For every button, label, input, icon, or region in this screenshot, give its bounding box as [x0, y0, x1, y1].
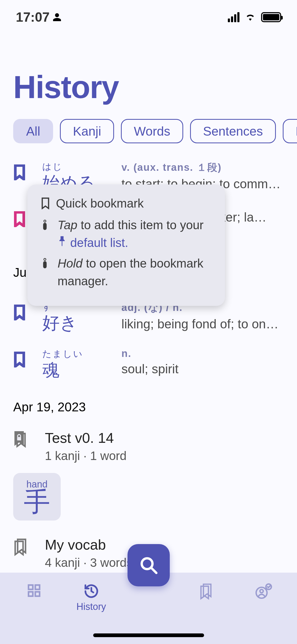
cellular-icon — [228, 12, 239, 22]
bookmarks-icon — [199, 583, 213, 600]
nav-profile[interactable] — [239, 583, 287, 600]
part-of-speech: v. (aux. trans. １段) — [121, 161, 284, 174]
svg-rect-8 — [35, 592, 39, 596]
svg-rect-7 — [29, 592, 33, 596]
section-date: Apr 19, 2023 — [0, 389, 297, 422]
svg-point-10 — [260, 590, 263, 593]
history-row[interactable]: たましい 魂 n. soul; spirit — [0, 343, 297, 389]
list-subtitle: 4 kanji · 3 words — [45, 555, 133, 570]
nav-bookmarks[interactable] — [182, 583, 230, 600]
tooltip-tap-rest: to add this item to your — [77, 218, 204, 232]
part-of-speech: n. — [121, 348, 284, 359]
filter-chip-more[interactable]: L — [283, 119, 297, 143]
status-bar: 17:07 — [0, 0, 297, 34]
svg-point-1 — [44, 220, 46, 222]
nav-dashboard[interactable] — [10, 583, 58, 598]
word-kanji: 魂 — [42, 361, 121, 379]
list-subtitle: 1 kanji · 1 word — [45, 449, 126, 463]
definition: soul; spirit — [121, 361, 284, 377]
list-title: Test v0. 14 — [45, 430, 126, 446]
grid-icon — [27, 583, 41, 598]
multi-bookmark-icon — [13, 538, 28, 556]
nav-label: History — [76, 601, 106, 612]
tap-icon — [41, 216, 50, 251]
filter-chip-sentences[interactable]: Sentences — [190, 119, 276, 143]
filter-chip-words[interactable]: Words — [121, 119, 183, 143]
bookmark-icon — [41, 197, 50, 209]
filter-chip-kanji[interactable]: Kanji — [60, 119, 114, 143]
list-title: My vocab — [45, 536, 133, 553]
home-indicator — [93, 633, 204, 637]
svg-point-2 — [44, 259, 46, 261]
pin-icon — [58, 234, 67, 252]
tooltip-hold-word: Hold — [58, 256, 83, 270]
profile-sync-icon — [254, 583, 272, 600]
bookmark-icon[interactable] — [13, 352, 26, 367]
bookmark-icon[interactable] — [13, 305, 26, 320]
wifi-icon — [244, 12, 256, 22]
page-title: History — [13, 69, 119, 105]
person-icon — [52, 12, 62, 22]
nav-history[interactable]: History — [68, 583, 115, 612]
status-time: 17:07 — [16, 10, 50, 25]
list-row[interactable]: Test v0. 14 1 kanji · 1 word — [0, 422, 297, 470]
quick-bookmark-tooltip: Quick bookmark Tap to add this item to y… — [27, 185, 225, 306]
history-icon — [83, 583, 99, 599]
hold-icon — [41, 255, 50, 290]
bookmark-icon[interactable] — [13, 211, 26, 227]
battery-icon — [261, 12, 281, 22]
definition: liking; being fond of; to one's liking — [121, 316, 284, 332]
search-icon — [139, 556, 158, 574]
bookmark-icon[interactable] — [13, 164, 26, 180]
locked-list-icon — [13, 431, 28, 450]
filter-chips: All Kanji Words Sentences L — [13, 119, 297, 143]
default-list-label: default list. — [70, 234, 128, 252]
tooltip-title: Quick bookmark — [56, 196, 144, 210]
tooltip-tap-word: Tap — [58, 218, 77, 232]
word-kanji: 好き — [42, 314, 121, 332]
default-list-link[interactable]: default list. — [58, 234, 128, 252]
furigana: たましい — [42, 348, 121, 360]
search-fab[interactable] — [128, 544, 170, 586]
kanji-glyph: 手 — [24, 488, 50, 515]
svg-line-4 — [151, 568, 156, 573]
furigana: はじ — [42, 161, 121, 173]
svg-rect-5 — [29, 585, 33, 589]
kanji-card[interactable]: hand 手 — [13, 473, 61, 521]
filter-chip-all[interactable]: All — [13, 119, 53, 143]
svg-rect-6 — [35, 585, 39, 589]
svg-rect-0 — [17, 437, 21, 440]
